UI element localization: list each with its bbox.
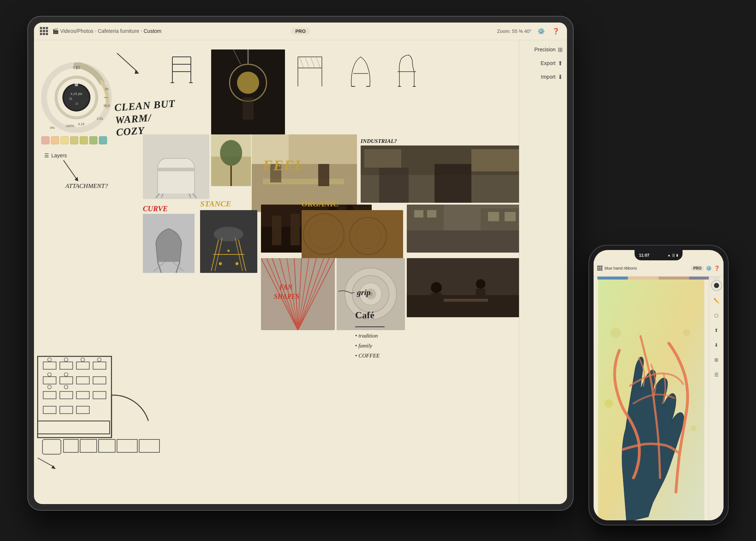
svg-rect-117: [427, 210, 436, 218]
svg-rect-160: [76, 391, 89, 399]
iphone-screen: 11:07 ▲ ||| ▮ blue hand ribbons PRO ⚙️: [594, 250, 724, 520]
svg-point-147: [64, 358, 68, 362]
precision-button[interactable]: Precision ⊞: [534, 46, 563, 53]
svg-rect-167: [63, 439, 78, 452]
svg-rect-158: [43, 391, 56, 399]
ipad-canvas[interactable]: 4,19 pts 4,92 30 36,9 2,81 4,19 0% 100%: [34, 40, 519, 504]
svg-line-172: [38, 458, 54, 467]
svg-rect-166: [42, 439, 61, 454]
iphone-help-icon[interactable]: ❓: [714, 266, 720, 271]
iphone-canvas[interactable]: [594, 280, 709, 520]
import-button[interactable]: Import ⬇: [541, 73, 563, 81]
svg-point-78: [219, 262, 222, 265]
ipad-screen: 🎬 Videos/Photos › Cafeteria furniture › …: [34, 23, 567, 504]
iphone-notch: 11:07 ▲ ||| ▮: [635, 250, 683, 260]
precision-label: Precision: [534, 47, 556, 52]
iphone-device: 11:07 ▲ ||| ▮ blue hand ribbons PRO ⚙️: [588, 245, 729, 525]
zoom-label: Zoom: 55 % 40°: [497, 28, 532, 34]
stance-area: STANCE: [200, 199, 231, 210]
color-swatch-4[interactable]: [70, 136, 78, 144]
svg-text:4,92: 4,92: [73, 66, 80, 70]
tool-wheel[interactable]: 4,19 pts 4,92 30 36,9 2,81 4,19 0% 100%: [41, 62, 111, 133]
svg-point-177: [714, 283, 719, 288]
svg-rect-168: [80, 439, 97, 452]
color-palette[interactable]: [41, 136, 107, 144]
svg-rect-123: [431, 293, 442, 312]
svg-line-174: [117, 53, 137, 72]
svg-rect-134: [158, 168, 195, 171]
svg-rect-121: [407, 295, 519, 317]
svg-point-72: [214, 227, 243, 242]
breadcrumb-custom[interactable]: Custom: [144, 28, 161, 34]
svg-rect-169: [99, 439, 115, 452]
svg-text:2,81: 2,81: [97, 117, 103, 120]
color-swatch-1[interactable]: [41, 136, 49, 144]
ipad-topbar: 🎬 Videos/Photos › Cafeteria furniture › …: [34, 23, 567, 40]
iphone-settings-icon[interactable]: ⚙️: [706, 266, 712, 271]
svg-rect-65: [364, 149, 401, 168]
layers-icon: ☰: [44, 153, 49, 158]
svg-rect-170: [117, 439, 137, 452]
color-swatch-6[interactable]: [89, 136, 97, 144]
battery-icon: ▮: [676, 253, 678, 257]
iphone-status-icons: ▲ ||| ▮: [667, 253, 678, 257]
svg-rect-64: [471, 149, 519, 171]
svg-point-80: [227, 250, 230, 252]
text-clean-warm: CLEAN BUT WARM/ COZY: [114, 98, 177, 138]
svg-marker-18: [75, 177, 78, 181]
iphone-eraser-icon[interactable]: ⬡: [711, 311, 722, 321]
svg-rect-171: [139, 439, 159, 452]
svg-rect-62: [379, 168, 409, 203]
color-swatch-7[interactable]: [99, 136, 107, 144]
svg-rect-140: [38, 356, 111, 438]
organic-area: ORGANIC: [302, 199, 339, 210]
chair-sketch-3: [344, 49, 381, 92]
iphone-pro-badge: PRO: [691, 266, 704, 271]
svg-text:≡: ≡: [69, 96, 72, 102]
svg-point-4: [75, 83, 78, 86]
text-curve: CURVE: [143, 205, 168, 213]
iphone-layers-icon[interactable]: ☰: [711, 370, 722, 380]
layers-button[interactable]: ☰ Layers: [41, 151, 70, 160]
text-stance: STANCE: [200, 199, 231, 209]
export-button[interactable]: Export ⬆: [541, 60, 563, 67]
photo-cafe-low: [407, 258, 519, 317]
text-grip-label: grip: [337, 288, 371, 297]
svg-rect-144: [76, 362, 89, 369]
help-icon[interactable]: ❓: [551, 26, 561, 36]
svg-rect-33: [243, 97, 254, 120]
layers-panel[interactable]: ☰ Layers: [41, 151, 70, 160]
svg-rect-145: [93, 362, 106, 369]
iphone-apps-icon[interactable]: [597, 266, 602, 271]
breadcrumb-videos[interactable]: 🎬 Videos/Photos: [52, 28, 93, 34]
svg-point-124: [476, 279, 485, 289]
apps-grid-icon[interactable]: [40, 27, 48, 35]
svg-rect-151: [60, 377, 73, 384]
svg-rect-152: [76, 377, 89, 384]
settings-icon[interactable]: ⚙️: [536, 26, 546, 36]
photo-industrial: [361, 145, 519, 203]
import-label: Import: [541, 74, 556, 80]
svg-line-41: [305, 58, 309, 67]
svg-point-181: [611, 327, 621, 338]
color-swatch-3[interactable]: [61, 136, 69, 144]
iphone-export-icon[interactable]: ⬆: [711, 325, 722, 336]
svg-point-155: [48, 385, 51, 389]
iphone-grid-icon[interactable]: ⊞: [711, 355, 722, 365]
svg-rect-165: [38, 421, 110, 434]
pro-badge: PRO: [291, 28, 310, 35]
svg-point-3: [64, 85, 89, 110]
arrow-chair-sketch: [113, 49, 159, 86]
iphone-mini-wheel[interactable]: [711, 280, 722, 291]
color-swatch-2[interactable]: [51, 136, 59, 144]
svg-rect-150: [43, 377, 56, 384]
iphone-brush-icon[interactable]: ✏️: [711, 296, 722, 306]
svg-rect-118: [488, 212, 499, 221]
color-swatch-5[interactable]: [80, 136, 88, 144]
breadcrumb-cafeteria[interactable]: Cafeteria furniture: [98, 28, 139, 34]
svg-line-43: [316, 58, 320, 67]
signal-icon: |||: [672, 253, 675, 257]
chair-sketch-2: [292, 49, 337, 92]
svg-text:0%: 0%: [50, 126, 55, 130]
iphone-import-icon[interactable]: ⬇: [711, 340, 722, 350]
